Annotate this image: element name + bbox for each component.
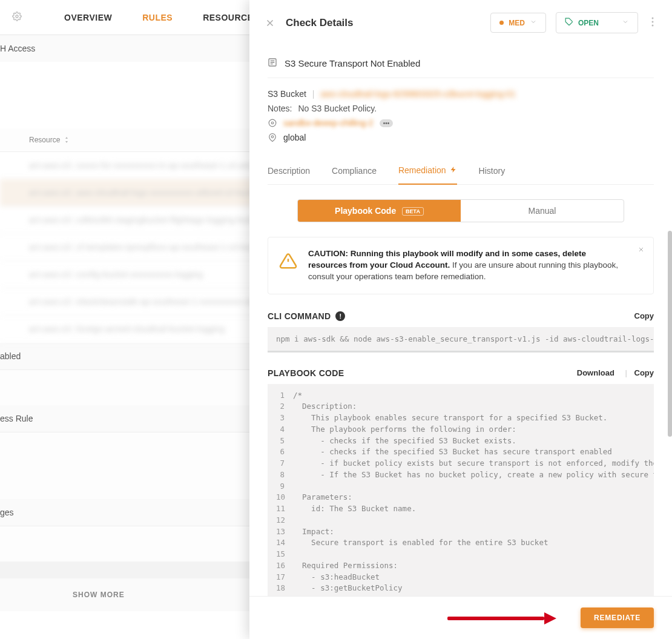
code-line: 16 Required Permissions:: [276, 560, 645, 572]
rule-name: S3 Secure Transport Not Enabled: [285, 58, 420, 68]
gear-icon[interactable]: [12, 12, 22, 24]
code-line: 13 Impact:: [276, 526, 645, 538]
tab-remediation[interactable]: Remediation: [398, 159, 457, 185]
svg-point-0: [16, 15, 18, 18]
cli-command-code[interactable]: npm i aws-sdk && node aws-s3-enable_secu…: [268, 327, 654, 353]
resource-type: S3 Bucket: [268, 89, 306, 99]
playbook-code-label: PLAYBOOK CODE: [268, 368, 344, 378]
cli-command-label: CLI COMMAND !: [268, 311, 345, 321]
tag-icon: [565, 18, 573, 28]
remediate-button[interactable]: REMEDIATE: [581, 608, 654, 628]
notes-label: Notes:: [268, 104, 292, 113]
code-line: 11 id: The S3 Bucket name.: [276, 503, 645, 515]
chevron-down-icon: [622, 18, 629, 27]
code-line: 8 - If the S3 Bucket has no bucket polic…: [276, 469, 645, 481]
panel-header: Check Details MED OPEN: [249, 0, 672, 45]
check-details-panel: Check Details MED OPEN S3 Secure T: [249, 0, 672, 639]
remediation-mode-segment: Playbook Code BETA Manual: [297, 199, 624, 222]
tab-description[interactable]: Description: [268, 159, 310, 184]
resource-name-link[interactable]: aws-cloudtrail-logs-8299603325-s3bucnt-l…: [320, 89, 515, 99]
scrollbar-thumb[interactable]: [668, 231, 672, 437]
severity-label: MED: [509, 19, 525, 27]
tab-overview[interactable]: OVERVIEW: [64, 13, 112, 22]
code-line: 2 Description:: [276, 401, 645, 412]
caution-banner: CAUTION: Running this playbook will modi…: [268, 237, 654, 294]
account-name[interactable]: sandbx-deeep-chilling-2: [283, 118, 374, 128]
code-line: 14 Secure transport is enabled for the e…: [276, 537, 645, 549]
resource-meta: S3 Bucket | aws-cloudtrail-logs-82996033…: [268, 78, 654, 151]
close-icon[interactable]: [264, 17, 276, 29]
more-options-icon[interactable]: [648, 17, 657, 28]
code-line: 3 This playbook enables secure transport…: [276, 412, 645, 424]
code-line: 7 - if bucket policy exists but secure t…: [276, 458, 645, 469]
rule-icon: [268, 58, 277, 69]
svg-point-8: [271, 136, 274, 138]
code-line: 18 - s3:getBucketPolicy: [276, 583, 645, 594]
svg-point-2: [652, 18, 654, 19]
caution-text: CAUTION: Running this playbook will modi…: [308, 248, 627, 283]
copy-code-button[interactable]: Copy: [634, 368, 654, 377]
svg-point-3: [652, 21, 654, 23]
code-line: 5 - checks if the specified S3 Bucket ex…: [276, 435, 645, 447]
code-line: 17 - s3:headBucket: [276, 572, 645, 583]
code-line: 1/*: [276, 390, 645, 402]
code-line: 9: [276, 481, 645, 492]
tab-rules[interactable]: RULES: [142, 13, 173, 22]
region-value: global: [283, 133, 306, 142]
warning-icon: [279, 252, 297, 283]
code-line: 12: [276, 515, 645, 526]
chevron-down-icon: [530, 18, 537, 27]
panel-footer: REMEDIATE: [249, 596, 672, 639]
tab-compliance[interactable]: Compliance: [332, 159, 377, 184]
code-line: 15: [276, 549, 645, 560]
segment-playbook-code[interactable]: Playbook Code BETA: [298, 200, 461, 222]
bolt-icon: [450, 165, 457, 175]
severity-pill[interactable]: MED: [490, 13, 546, 33]
region-icon: [268, 133, 277, 142]
severity-dot-icon: [499, 21, 504, 25]
panel-title: Check Details: [286, 17, 481, 29]
download-code-button[interactable]: Download: [577, 368, 614, 377]
info-icon[interactable]: !: [335, 311, 345, 321]
svg-point-4: [652, 25, 654, 27]
svg-point-7: [271, 122, 274, 124]
more-pill[interactable]: •••: [380, 119, 394, 127]
annotation-arrow: [447, 614, 556, 623]
account-icon: [268, 119, 277, 127]
beta-badge: BETA: [402, 207, 424, 216]
detail-tabs: Description Compliance Remediation Histo…: [268, 159, 654, 185]
divider: |: [312, 89, 315, 99]
code-line: 6 - checks if the specified S3 Bucket ha…: [276, 446, 645, 458]
remediation-body: Playbook Code BETA Manual CAUTION: Runni…: [268, 185, 654, 596]
code-line: 10 Parameters:: [276, 492, 645, 503]
copy-cli-button[interactable]: Copy: [634, 311, 654, 320]
rule-name-row: S3 Secure Transport Not Enabled: [268, 45, 654, 78]
status-pill[interactable]: OPEN: [556, 12, 638, 33]
playbook-code-block[interactable]: 1/*2 Description:3 This playbook enables…: [268, 384, 654, 596]
svg-point-6: [269, 119, 276, 127]
notes-value: No S3 Bucket Policy.: [298, 104, 377, 113]
code-line: 4 The playbook performs the following in…: [276, 424, 645, 435]
close-icon[interactable]: [637, 246, 645, 255]
status-label: OPEN: [578, 19, 599, 27]
tab-history[interactable]: History: [479, 159, 506, 184]
segment-manual[interactable]: Manual: [461, 200, 624, 222]
